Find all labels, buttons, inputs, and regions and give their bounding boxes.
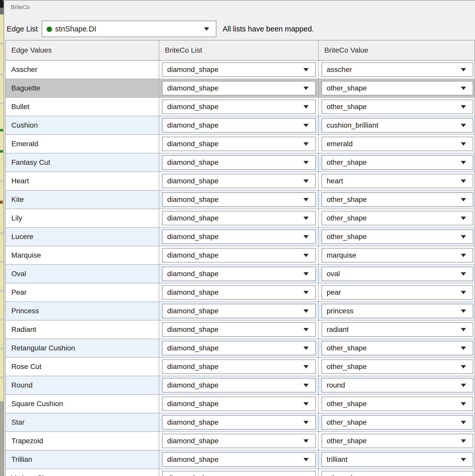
briteco-value-dropdown[interactable]: other_shape (321, 397, 473, 411)
briteco-value-dropdown[interactable]: marquise (321, 248, 473, 262)
edge-value-cell[interactable]: Baguette (6, 79, 159, 97)
edge-value-cell[interactable]: Lily (6, 209, 159, 227)
briteco-list-cell: diamond_shape (159, 469, 319, 476)
briteco-list-dropdown[interactable]: diamond_shape (162, 137, 316, 151)
table-row[interactable]: Star diamond_shape other_shape (6, 413, 474, 432)
table-row[interactable]: Marquise diamond_shape marquise (6, 246, 474, 265)
briteco-list-dropdown[interactable]: diamond_shape (162, 155, 316, 170)
edge-value-cell[interactable]: Trapezoid (6, 432, 159, 450)
table-row[interactable]: Baguette diamond_shape other_shape (6, 79, 474, 98)
edge-value-cell[interactable]: Lucere (6, 228, 159, 246)
edge-value-cell[interactable]: Cushion (6, 116, 159, 134)
briteco-value-dropdown[interactable]: other_shape (321, 434, 473, 448)
edge-value-cell[interactable]: Princess (6, 302, 159, 320)
briteco-list-dropdown[interactable]: diamond_shape (162, 452, 316, 467)
briteco-list-cell: diamond_shape (159, 79, 319, 97)
table-row[interactable]: Retangular Cushion diamond_shape other_s… (6, 339, 474, 358)
briteco-list-dropdown[interactable]: diamond_shape (162, 248, 316, 262)
briteco-list-dropdown[interactable]: diamond_shape (162, 378, 316, 392)
edge-value-cell[interactable]: Round (6, 376, 159, 394)
briteco-value-dropdown[interactable]: other_shape (321, 359, 473, 374)
briteco-list-dropdown[interactable]: diamond_shape (162, 81, 316, 95)
table-row[interactable]: Square Cushion diamond_shape other_shape (6, 395, 474, 413)
edge-value-cell[interactable]: Retangular Cushion (6, 339, 159, 357)
chevron-down-icon (461, 421, 466, 424)
briteco-value-dropdown[interactable]: asscher (321, 62, 473, 77)
briteco-value-dropdown[interactable]: cushion_brilliant (321, 118, 473, 133)
edge-value-cell[interactable]: Heart (6, 172, 159, 190)
briteco-list-dropdown[interactable]: diamond_shape (162, 304, 316, 318)
briteco-value-dropdown[interactable]: emerald (321, 137, 473, 151)
briteco-list-dropdown[interactable]: diamond_shape (162, 229, 316, 244)
edge-value-cell[interactable]: Bullet (6, 98, 159, 116)
briteco-value-dropdown[interactable]: other_shape (321, 341, 473, 355)
briteco-list-dropdown[interactable]: diamond_shape (162, 211, 316, 225)
briteco-value-dropdown[interactable]: other_shape (321, 415, 473, 430)
table-row[interactable]: Kite diamond_shape other_shape (6, 191, 474, 209)
table-row[interactable]: Pear diamond_shape pear (6, 283, 474, 302)
edge-value-cell[interactable]: Square Cushion (6, 395, 159, 413)
table-row[interactable]: Emerald diamond_shape emerald (6, 135, 474, 153)
briteco-list-dropdown[interactable]: diamond_shape (162, 100, 316, 114)
table-row[interactable]: Cushion diamond_shape cushion_brilliant (6, 116, 474, 135)
table-row[interactable]: Various Shapes diamond_shape other_shape (6, 469, 474, 476)
briteco-list-dropdown[interactable]: diamond_shape (162, 434, 316, 448)
briteco-list-dropdown[interactable]: diamond_shape (162, 397, 316, 411)
table-row[interactable]: Round diamond_shape round (6, 376, 474, 395)
edge-value-cell[interactable]: Trillian (6, 450, 159, 469)
briteco-list-dropdown[interactable]: diamond_shape (162, 62, 316, 77)
chevron-down-icon (461, 439, 466, 443)
briteco-list-dropdown[interactable]: diamond_shape (162, 359, 316, 374)
briteco-value-dropdown[interactable]: princess (321, 304, 473, 318)
briteco-value-dropdown[interactable]: round (321, 378, 473, 392)
edge-value-cell[interactable]: Asscher (6, 61, 159, 79)
table-row[interactable]: Trapezoid diamond_shape other_shape (6, 432, 474, 450)
edge-value-cell[interactable]: Pear (6, 283, 159, 301)
edge-value-cell[interactable]: Rose Cut (6, 358, 159, 376)
briteco-list-dropdown[interactable]: diamond_shape (162, 285, 316, 300)
edge-value-cell[interactable]: Various Shapes (6, 469, 159, 476)
edge-value-cell[interactable]: Star (6, 413, 159, 431)
table-row[interactable]: Lucere diamond_shape other_shape (6, 228, 474, 246)
table-row[interactable]: Bullet diamond_shape other_shape (6, 98, 474, 116)
briteco-list-dropdown[interactable]: diamond_shape (162, 341, 316, 355)
table-row[interactable]: Rose Cut diamond_shape other_shape (6, 358, 474, 376)
edge-value-cell[interactable]: Radiant (6, 321, 159, 339)
table-row[interactable]: Lily diamond_shape other_shape (6, 209, 474, 228)
edge-value-cell[interactable]: Emerald (6, 135, 159, 153)
edge-value-cell[interactable]: Oval (6, 265, 159, 283)
table-row[interactable]: Oval diamond_shape oval (6, 265, 474, 283)
edge-value-label: Trapezoid (11, 437, 43, 445)
briteco-list-dropdown[interactable]: diamond_shape (162, 267, 316, 281)
briteco-value-dropdown[interactable]: trilliant (321, 452, 473, 467)
briteco-value-dropdown[interactable]: other_shape (321, 155, 473, 170)
briteco-list-dropdown[interactable]: diamond_shape (162, 192, 316, 207)
briteco-value-dropdown[interactable]: other_shape (321, 81, 473, 95)
table-row[interactable]: Heart diamond_shape heart (6, 172, 474, 191)
briteco-value-dropdown[interactable]: other_shape (321, 211, 473, 225)
briteco-value-dropdown[interactable]: pear (321, 285, 473, 300)
briteco-list-dropdown[interactable]: diamond_shape (162, 415, 316, 430)
briteco-list-dropdown[interactable]: diamond_shape (162, 118, 316, 133)
edge-value-label: Retangular Cushion (11, 344, 75, 352)
table-row[interactable]: Fantasy Cut diamond_shape other_shape (6, 153, 474, 172)
table-row[interactable]: Radiant diamond_shape radiant (6, 321, 474, 339)
briteco-list-dropdown[interactable]: diamond_shape (162, 471, 316, 476)
briteco-value-dropdown[interactable]: other_shape (321, 192, 473, 207)
briteco-value-dropdown[interactable]: other_shape (321, 100, 473, 114)
briteco-value-dropdown[interactable]: oval (321, 267, 473, 281)
briteco-value-dropdown[interactable]: other_shape (321, 229, 473, 244)
edge-value-cell[interactable]: Fantasy Cut (6, 153, 159, 171)
table-row[interactable]: Trillian diamond_shape trilliant (6, 450, 474, 469)
briteco-value-dropdown[interactable]: other_shape (321, 471, 473, 476)
edge-value-cell[interactable]: Kite (6, 191, 159, 209)
table-row[interactable]: Asscher diamond_shape asscher (6, 61, 474, 79)
briteco-list-dropdown[interactable]: diamond_shape (162, 174, 316, 188)
briteco-list-dropdown[interactable]: diamond_shape (162, 322, 316, 337)
edge-value-cell[interactable]: Marquise (6, 246, 159, 264)
briteco-value-dropdown[interactable]: radiant (321, 322, 473, 337)
edge-list-dropdown[interactable]: stnShape.DI (42, 21, 216, 37)
briteco-value-dropdown[interactable]: heart (321, 174, 473, 188)
table-row[interactable]: Princess diamond_shape princess (6, 302, 474, 321)
chevron-down-icon (303, 439, 309, 443)
